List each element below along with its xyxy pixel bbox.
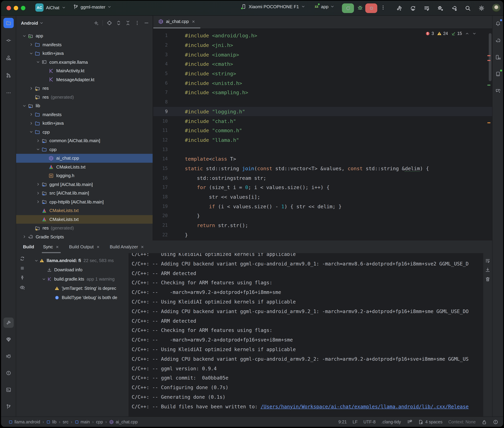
code-line-5[interactable]: 5#include <string> [153,69,492,78]
code-line-20[interactable]: 20 } [153,211,492,220]
project-selector[interactable]: AC AiChat [35,3,66,12]
code-line-15[interactable]: 15static std::string join(const std::vec… [153,164,492,173]
tree-item-MessageAdapter.kt[interactable]: MessageAdapter.kt [16,75,153,84]
code-line-3[interactable]: 3#include <iomanip> [153,50,492,59]
tool-window-button-version-control[interactable] [3,402,14,412]
hide-icon[interactable] [144,20,149,26]
chevron-down-icon[interactable] [22,34,26,38]
indent-style[interactable]: 4 spaces [418,419,443,425]
lock-open-icon[interactable] [482,419,487,425]
minimize-window-button[interactable] [14,6,18,10]
tool-window-button-notifications[interactable] [493,18,503,29]
sync-a-icon[interactable] [410,5,416,11]
code-line-11[interactable]: 11#include "common.h" [153,126,492,135]
code-line-21[interactable]: 21 return str.str(); [153,221,492,230]
tree-item-cpp[interactable]: cpp [16,128,153,136]
add-icon[interactable] [93,20,99,26]
inspection-profile[interactable]: .clang-tidy [381,420,401,424]
error-stripe-mark[interactable] [487,85,490,86]
code-line-13[interactable]: 13 [153,145,492,154]
tree-item-cpp[interactable]: cpp [16,145,153,154]
chevron-right-icon[interactable] [36,139,40,143]
tree-item-Gradle[interactable]: Gradle Scripts [16,232,153,240]
code-line-17[interactable]: 17 for (size_t i = 0; i < values.size();… [153,182,492,192]
code-line-8[interactable]: 8 [153,97,492,107]
exclamation-circle-icon[interactable] [493,419,498,425]
formatter-icon[interactable] [407,419,412,425]
breadcrumb-item-src[interactable]: src [63,420,68,424]
clear-all-icon[interactable] [485,276,490,282]
select-opened-file-icon[interactable] [107,20,112,26]
tree-item-com.example.llama[interactable]: com.example.llama [16,58,153,66]
line-separator[interactable]: LF [353,420,358,424]
project-view-mode[interactable]: Android [21,20,38,25]
tree-item-src[interactable]: src [AiChat.lib.main] [16,189,153,198]
soft-wrap-icon[interactable] [485,258,490,263]
tree-item-res[interactable]: res [16,84,153,93]
tool-window-button-problems[interactable] [3,368,14,378]
tree-item-ai_chat.cpp[interactable]: ai_chat.cpp [16,154,153,163]
tool-window-button-app-quality-insights[interactable] [3,334,14,345]
tree-item-ggml[interactable]: ggml [AiChat.lib.main] [16,180,153,189]
chevron-right-icon[interactable] [36,200,40,204]
console-link[interactable]: /Users/hanyin/Workspace/ai-chat/examples… [261,404,469,409]
build-tree-item[interactable]: llama.android: fi22 sec, 583 ms [31,256,129,265]
tool-window-button-project[interactable] [3,18,14,28]
search-icon[interactable] [465,5,471,11]
tree-item-cpp-httplib[interactable]: cpp-httplib [AiChat.lib.main] [16,198,153,206]
code-editor[interactable]: 1#include <android/log.h>2#include <jni.… [153,29,492,240]
tree-item-lib[interactable]: lib [16,101,153,110]
chevron-right-icon[interactable] [22,235,26,239]
expand-all-icon[interactable] [116,20,121,26]
more-run-options-button[interactable] [380,5,386,12]
device-selector[interactable]: Xiaomi POCOPHONE F1 [241,4,305,9]
breadcrumb-item-main[interactable]: main [75,420,90,424]
code-line-16[interactable]: 16 std::ostringstream str; [153,173,492,182]
chevron-down-icon[interactable] [42,277,46,281]
bug-arrow-icon[interactable] [437,5,444,11]
chevron-down-icon[interactable] [34,258,38,263]
code-line-10[interactable]: 10#include "chat.h" [153,116,492,125]
settings-gear-icon[interactable] [478,5,485,11]
tree-item-MainActivity.kt[interactable]: MainActivity.kt [16,66,153,75]
close-tab-icon[interactable] [140,245,145,249]
code-line-9[interactable]: 9#include "logging.h" [153,107,492,116]
build-tree-item[interactable]: BuildType 'debug' is both de [31,293,129,302]
breadcrumb-item-llama.android[interactable]: llama.android [9,420,40,424]
list-restore-icon[interactable] [424,5,430,11]
build-tree-item[interactable]: Download info [31,265,129,274]
vcs-branch-selector[interactable]: ggml-master [73,4,112,10]
editor-scrollbar[interactable] [489,33,491,81]
chevron-down-icon[interactable] [36,148,40,152]
chevron-down-icon[interactable] [29,130,33,134]
chevron-down-icon[interactable] [22,104,26,108]
ai-context[interactable]: Context: None [448,420,476,424]
code-line-18[interactable]: 18 str << values[i]; [153,192,492,201]
tree-item-CMakeLists.txt[interactable]: CMakeLists.txt [16,163,153,171]
tool-window-button-pull-requests[interactable] [3,70,14,81]
tool-window-button-gradle[interactable] [493,35,503,46]
file-encoding[interactable]: UTF-8 [363,420,376,424]
stop-disabled-icon[interactable] [19,265,25,271]
tree-item-CMakeLists.txt[interactable]: CMakeLists.txt [16,206,153,215]
tree-item-res[interactable]: res(generated) [16,93,153,101]
debug-app-button[interactable] [357,4,363,12]
tool-window-button-commit[interactable] [3,35,14,46]
code-line-6[interactable]: 6#include <unistd.h> [153,78,492,88]
error-stripe-mark[interactable] [487,60,490,61]
code-line-14[interactable]: 14template<class T> [153,154,492,164]
close-tab-icon[interactable] [191,19,195,24]
chevron-down-icon[interactable] [39,21,43,25]
tree-item-kotlin+java[interactable]: kotlin+java [16,49,153,58]
tree-item-logging.h[interactable]: logging.h [16,171,153,180]
tool-window-button-device-manager[interactable] [493,52,503,62]
tool-window-button-running-devices[interactable] [493,69,503,79]
chevron-right-icon[interactable] [36,182,40,187]
chevron-right-icon[interactable] [29,113,33,117]
build-console[interactable]: C/C++: Using KleidiAI optimized kernels … [129,253,483,417]
build-tab-build-output[interactable]: Build Output [68,240,102,253]
chevron-down-icon[interactable] [29,51,33,56]
chevron-right-icon[interactable] [29,121,33,125]
chevron-right-icon[interactable] [29,43,33,47]
chevron-right-icon[interactable] [36,191,40,195]
